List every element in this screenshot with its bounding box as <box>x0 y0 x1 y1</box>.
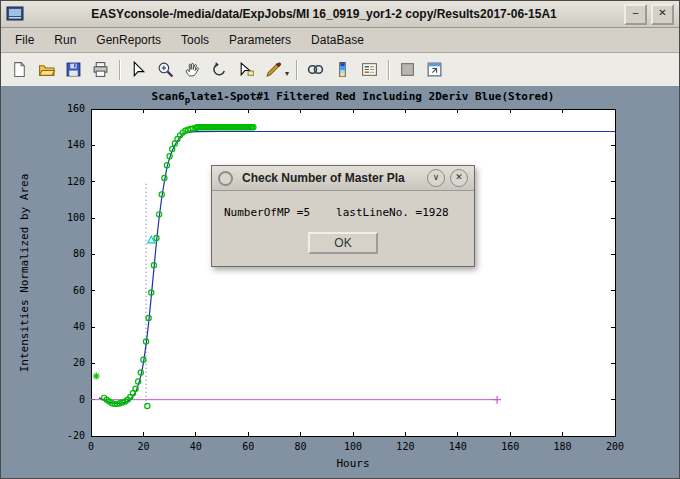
svg-text:20: 20 <box>137 441 149 452</box>
dialog-body: NumberOfMP =5 lastLineNo. =1928 OK <box>212 191 474 266</box>
svg-text:180: 180 <box>554 441 572 452</box>
dock-figure-icon[interactable] <box>421 56 448 83</box>
asterisk-marker <box>93 373 100 380</box>
svg-text:200: 200 <box>606 441 624 452</box>
brush-icon[interactable] <box>260 56 287 83</box>
svg-text:-20: -20 <box>67 430 85 441</box>
data-cursor-icon[interactable] <box>233 56 260 83</box>
svg-text:0: 0 <box>79 394 85 405</box>
svg-text:60: 60 <box>242 441 254 452</box>
menu-item-parameters[interactable]: Parameters <box>219 30 301 50</box>
svg-text:40: 40 <box>190 441 202 452</box>
window-title: EASYconsole-/media/data/ExpJobs/MI 16_09… <box>28 7 620 21</box>
menubar: FileRunGenReportsToolsParametersDataBase <box>1 28 679 53</box>
svg-text:120: 120 <box>396 441 414 452</box>
rotate-icon[interactable] <box>206 56 233 83</box>
dialog-chevron-button[interactable]: ∨ <box>427 169 445 187</box>
shade-button[interactable]: – <box>624 4 647 25</box>
menu-item-database[interactable]: DataBase <box>301 30 374 50</box>
titlebar[interactable]: EASYconsole-/media/data/ExpJobs/MI 16_09… <box>1 1 679 28</box>
menu-item-run[interactable]: Run <box>44 30 86 50</box>
dialog-app-icon <box>218 171 233 186</box>
x-axis-label: Hours <box>91 457 615 470</box>
y-axis-label: Intensities Normalized by Area <box>18 174 31 373</box>
brush-dropdown-arrow-icon[interactable]: ▾ <box>285 69 289 78</box>
menu-item-file[interactable]: File <box>5 30 44 50</box>
svg-text:100: 100 <box>344 441 362 452</box>
link-plots-icon[interactable] <box>302 56 329 83</box>
toolbar-separator <box>296 60 297 80</box>
svg-text:100: 100 <box>67 212 85 223</box>
zoom-in-icon[interactable] <box>152 56 179 83</box>
colorbar-icon[interactable] <box>329 56 356 83</box>
figure-area: 020406080100120140160180200-200204060801… <box>1 86 679 478</box>
svg-text:120: 120 <box>67 176 85 187</box>
dialog-field-lastlineno: lastLineNo. =1928 <box>336 206 449 219</box>
toolbar-separator <box>119 60 120 80</box>
save-icon[interactable] <box>60 56 87 83</box>
open-folder-icon[interactable] <box>33 56 60 83</box>
dialog-field-numberofmp: NumberOfMP =5 <box>224 206 310 219</box>
pan-hand-icon[interactable] <box>179 56 206 83</box>
edit-arrow-icon[interactable] <box>125 56 152 83</box>
app-icon <box>6 5 24 23</box>
print-icon[interactable] <box>87 56 114 83</box>
plot-canvas: 020406080100120140160180200-200204060801… <box>1 86 680 479</box>
dialog-title: Check Number of Master Pla <box>233 171 422 185</box>
toolbar-separator <box>388 60 389 80</box>
dialog-titlebar[interactable]: Check Number of Master Pla ∨ ✕ <box>212 166 474 191</box>
svg-text:140: 140 <box>449 441 467 452</box>
check-number-dialog: Check Number of Master Pla ∨ ✕ NumberOfM… <box>211 165 475 267</box>
ok-button[interactable]: OK <box>308 232 378 254</box>
dialog-close-button[interactable]: ✕ <box>450 169 468 187</box>
hide-plot-tools-icon[interactable] <box>394 56 421 83</box>
svg-text:40: 40 <box>73 321 85 332</box>
svg-text:0: 0 <box>88 441 94 452</box>
svg-text:160: 160 <box>67 103 85 114</box>
close-button[interactable]: ✕ <box>651 4 674 25</box>
plot-title: Scan6plate1-Spot#1 Filtered Red Includin… <box>91 90 615 105</box>
toolbar: ▾ <box>1 53 679 87</box>
app-window: EASYconsole-/media/data/ExpJobs/MI 16_09… <box>0 0 680 479</box>
svg-text:80: 80 <box>73 248 85 259</box>
legend-icon[interactable] <box>356 56 383 83</box>
svg-text:140: 140 <box>67 139 85 150</box>
menu-item-genreports[interactable]: GenReports <box>86 30 171 50</box>
svg-text:160: 160 <box>501 441 519 452</box>
svg-text:20: 20 <box>73 357 85 368</box>
new-file-icon[interactable] <box>6 56 33 83</box>
svg-text:80: 80 <box>295 441 307 452</box>
svg-text:60: 60 <box>73 285 85 296</box>
menu-item-tools[interactable]: Tools <box>171 30 219 50</box>
